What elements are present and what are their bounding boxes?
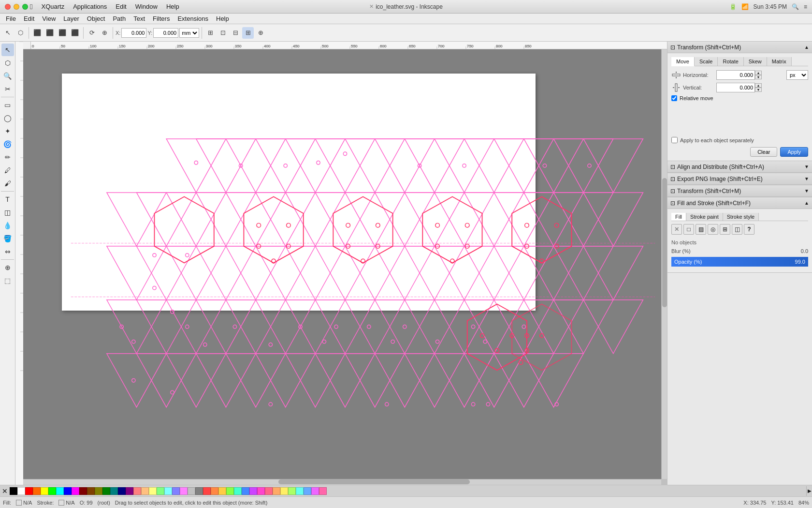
transform-panel-collapse[interactable]: ▲ [804,45,809,50]
palette-color-swatch[interactable] [56,487,64,495]
horizontal-spin-up[interactable]: ▲ [755,71,762,75]
tab-move[interactable]: Move [671,57,695,66]
export-panel-header[interactable]: ⊡ Export PNG Image (Shift+Ctrl+E) ▼ [667,173,812,185]
eyedropper-btn[interactable]: 💧 [1,219,14,232]
window-controls[interactable] [5,4,28,10]
menu-extensions[interactable]: Extensions [174,15,212,23]
list-icon[interactable]: ≡ [804,3,807,10]
fill-bucket-btn[interactable]: 🪣 [1,232,14,245]
apply-each-checkbox[interactable] [671,137,678,143]
spray-btn[interactable]: ⊕ [1,261,14,274]
palette-color-swatch[interactable] [203,487,211,495]
palette-color-swatch[interactable] [48,487,56,495]
horizontal-input[interactable] [716,70,755,80]
menu-edit[interactable]: Edit [20,15,38,23]
close-button[interactable] [5,4,11,10]
palette-color-swatch[interactable] [234,487,242,495]
unit-dropdown[interactable]: px mm in [786,70,808,80]
fill-tab-fill[interactable]: Fill [671,213,686,221]
palette-color-swatch[interactable] [304,487,311,495]
transform-panel-header[interactable]: ⊡ Transform (Shift+Ctrl+M) ▲ [667,42,812,53]
fill-tab-stroke-style[interactable]: Stroke style [723,213,759,221]
star-tool-btn[interactable]: ✦ [1,125,14,137]
palette-color-swatch[interactable] [126,487,133,495]
measure-tool-btn[interactable]: ✂ [1,83,14,95]
palette-color-swatch[interactable] [79,487,87,495]
rect-tool-btn[interactable]: ▭ [1,99,14,111]
palette-color-swatch[interactable] [17,487,25,495]
palette-color-swatch[interactable] [188,487,195,495]
palette-color-swatch[interactable] [133,487,141,495]
maximize-button[interactable] [22,4,28,10]
align-panel-header[interactable]: ⊡ Align and Distribute (Shift+Ctrl+A) ▼ [667,161,812,173]
select-tool-btn[interactable]: ↖ [1,44,14,56]
x-input[interactable] [121,28,146,38]
fill-flat-btn[interactable]: □ [683,224,694,235]
align-left-icon[interactable]: ⬛ [31,27,43,39]
fill-pattern-btn[interactable]: ⊞ [720,224,730,235]
menu-file[interactable]: File [2,15,20,23]
palette-color-swatch[interactable] [172,487,180,495]
apply-button[interactable]: Apply [780,147,808,157]
palette-color-swatch[interactable] [64,487,72,495]
h-scrollbar[interactable] [23,479,661,485]
palette-color-swatch[interactable] [118,487,126,495]
calligraphy-btn[interactable]: 🖌 [1,177,14,190]
zoom-fit-icon[interactable]: ⊕ [255,27,266,39]
palette-color-swatch[interactable] [265,487,273,495]
text-tool-btn[interactable]: T [1,193,14,206]
fill-none-btn[interactable]: ✕ [671,224,682,235]
clear-button[interactable]: Clear [750,147,777,157]
palette-color-swatch[interactable] [273,487,280,495]
fill-stroke-collapse[interactable]: ▲ [804,200,809,206]
tab-skew[interactable]: Skew [744,57,767,66]
spiral-tool-btn[interactable]: 🌀 [1,138,14,150]
palette-color-swatch[interactable] [211,487,218,495]
palette-color-swatch[interactable] [164,487,172,495]
menu-help[interactable]: Help [212,15,233,23]
minimize-button[interactable] [14,4,19,10]
palette-color-swatch[interactable] [141,487,149,495]
circle-tool-btn[interactable]: ◯ [1,112,14,124]
fill-unknown-btn[interactable]: ? [744,224,754,235]
fill-tab-stroke-paint[interactable]: Stroke paint [686,213,723,221]
palette-color-swatch[interactable] [110,487,118,495]
connector-btn[interactable]: ⇔ [1,245,14,258]
palette-color-swatch[interactable] [87,487,95,495]
palette-color-swatch[interactable] [95,487,102,495]
no-color-btn[interactable]: ✕ [0,486,10,496]
help-menu-mac[interactable]: Help [162,2,183,11]
menu-path[interactable]: Path [109,15,130,23]
tab-rotate[interactable]: Rotate [718,57,743,66]
palette-color-swatch[interactable] [226,487,234,495]
align-panel-collapse[interactable]: ▼ [804,164,809,169]
relative-move-checkbox[interactable] [671,95,677,101]
snap-bbox-icon[interactable]: ⊟ [230,27,241,39]
gradient-tool-btn[interactable]: ◫ [1,206,14,219]
align-center-icon[interactable]: ⬛ [44,27,56,39]
node-tool-icon[interactable]: ⬡ [14,27,26,39]
zoom-icon[interactable]: ⊕ [99,27,110,39]
pen-tool-btn[interactable]: 🖊 [1,164,14,177]
palette-color-swatch[interactable] [72,487,79,495]
search-icon[interactable]: 🔍 [792,3,799,10]
zoom-tool-btn[interactable]: 🔍 [1,70,14,82]
eraser-btn[interactable]: ⬚ [1,274,14,287]
snap-active-icon[interactable]: ⊞ [242,27,254,39]
window-menu-mac[interactable]: Window [131,2,161,11]
tab-matrix[interactable]: Matrix [767,57,792,66]
palette-color-swatch[interactable] [10,487,17,495]
y-input[interactable] [153,28,178,38]
edit-menu-mac[interactable]: Edit [112,2,130,11]
palette-color-swatch[interactable] [296,487,304,495]
palette-color-swatch[interactable] [280,487,288,495]
fill-stroke-header[interactable]: ⊡ Fill and Stroke (Shift+Ctrl+F) ▲ [667,197,812,209]
v-scrollbar[interactable] [661,49,667,479]
palette-color-swatch[interactable] [242,487,249,495]
node-edit-btn[interactable]: ⬡ [1,57,14,69]
export-panel-collapse[interactable]: ▼ [804,176,809,181]
align-top-icon[interactable]: ⬛ [69,27,81,39]
vertical-spin-down[interactable]: ▼ [755,88,762,92]
opacity-bar[interactable]: Opacity (%) 99.0 [671,257,808,267]
palette-color-swatch[interactable] [249,487,257,495]
